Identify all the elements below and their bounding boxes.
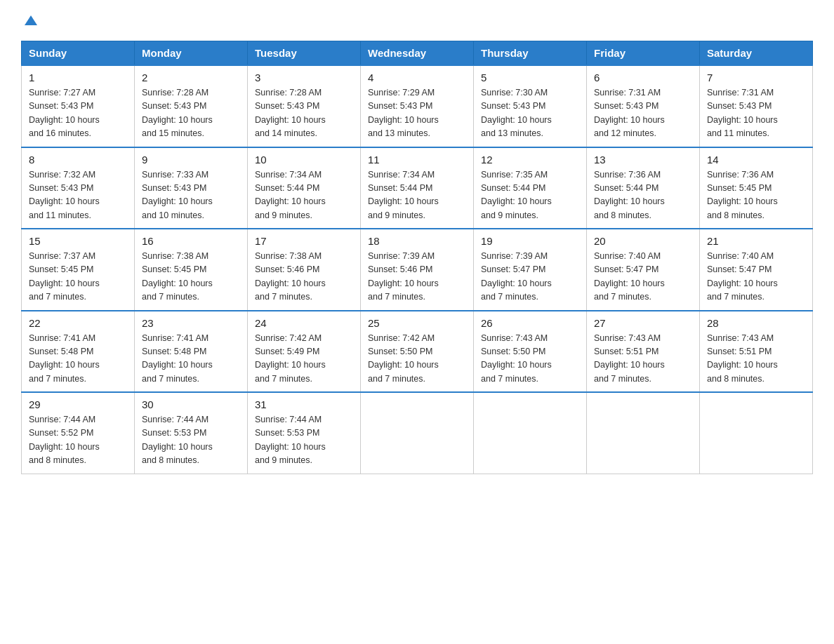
day-number: 24 — [255, 317, 353, 329]
day-number: 3 — [255, 72, 353, 83]
day-info: Sunrise: 7:28 AMSunset: 5:43 PMDaylight:… — [142, 88, 213, 138]
calendar-cell: 3 Sunrise: 7:28 AMSunset: 5:43 PMDayligh… — [248, 65, 361, 147]
calendar-cell: 12 Sunrise: 7:35 AMSunset: 5:44 PMDaylig… — [474, 147, 587, 229]
day-info: Sunrise: 7:38 AMSunset: 5:45 PMDaylight:… — [142, 251, 213, 302]
calendar-cell: 19 Sunrise: 7:39 AMSunset: 5:47 PMDaylig… — [474, 229, 587, 311]
day-info: Sunrise: 7:34 AMSunset: 5:44 PMDaylight:… — [368, 170, 439, 220]
day-info: Sunrise: 7:43 AMSunset: 5:50 PMDaylight:… — [481, 333, 552, 384]
day-info: Sunrise: 7:31 AMSunset: 5:43 PMDaylight:… — [707, 88, 778, 138]
day-number: 11 — [368, 154, 466, 166]
calendar-cell: 26 Sunrise: 7:43 AMSunset: 5:50 PMDaylig… — [474, 311, 587, 393]
calendar-cell: 27 Sunrise: 7:43 AMSunset: 5:51 PMDaylig… — [587, 311, 700, 393]
svg-marker-0 — [25, 15, 37, 25]
calendar-cell: 15 Sunrise: 7:37 AMSunset: 5:45 PMDaylig… — [22, 229, 135, 311]
day-number: 21 — [707, 235, 805, 247]
calendar-cell: 29 Sunrise: 7:44 AMSunset: 5:52 PMDaylig… — [22, 392, 135, 474]
day-number: 7 — [707, 72, 805, 83]
day-number: 30 — [142, 398, 240, 410]
day-info: Sunrise: 7:40 AMSunset: 5:47 PMDaylight:… — [594, 251, 665, 302]
day-info: Sunrise: 7:30 AMSunset: 5:43 PMDaylight:… — [481, 88, 552, 138]
page-header — [21, 14, 813, 27]
column-header-tuesday: Tuesday — [248, 41, 361, 66]
day-info: Sunrise: 7:36 AMSunset: 5:45 PMDaylight:… — [707, 170, 778, 220]
day-info: Sunrise: 7:37 AMSunset: 5:45 PMDaylight:… — [29, 251, 100, 302]
day-number: 16 — [142, 235, 240, 247]
calendar-cell: 28 Sunrise: 7:43 AMSunset: 5:51 PMDaylig… — [700, 311, 813, 393]
day-info: Sunrise: 7:41 AMSunset: 5:48 PMDaylight:… — [142, 333, 213, 384]
day-info: Sunrise: 7:44 AMSunset: 5:53 PMDaylight:… — [255, 415, 326, 465]
day-number: 29 — [29, 398, 127, 410]
calendar-header-row: SundayMondayTuesdayWednesdayThursdayFrid… — [22, 41, 813, 66]
day-number: 12 — [481, 154, 579, 166]
day-info: Sunrise: 7:39 AMSunset: 5:47 PMDaylight:… — [481, 251, 552, 302]
day-info: Sunrise: 7:28 AMSunset: 5:43 PMDaylight:… — [255, 88, 326, 138]
day-number: 9 — [142, 154, 240, 166]
day-info: Sunrise: 7:27 AMSunset: 5:43 PMDaylight:… — [29, 88, 100, 138]
calendar-cell: 9 Sunrise: 7:33 AMSunset: 5:43 PMDayligh… — [135, 147, 248, 229]
day-info: Sunrise: 7:32 AMSunset: 5:43 PMDaylight:… — [29, 170, 100, 220]
calendar-cell: 11 Sunrise: 7:34 AMSunset: 5:44 PMDaylig… — [361, 147, 474, 229]
day-info: Sunrise: 7:42 AMSunset: 5:50 PMDaylight:… — [368, 333, 439, 384]
calendar-cell: 14 Sunrise: 7:36 AMSunset: 5:45 PMDaylig… — [700, 147, 813, 229]
calendar-cell: 25 Sunrise: 7:42 AMSunset: 5:50 PMDaylig… — [361, 311, 474, 393]
calendar-cell: 20 Sunrise: 7:40 AMSunset: 5:47 PMDaylig… — [587, 229, 700, 311]
calendar-cell: 22 Sunrise: 7:41 AMSunset: 5:48 PMDaylig… — [22, 311, 135, 393]
day-info: Sunrise: 7:38 AMSunset: 5:46 PMDaylight:… — [255, 251, 326, 302]
calendar-cell: 7 Sunrise: 7:31 AMSunset: 5:43 PMDayligh… — [700, 65, 813, 147]
calendar-cell — [361, 392, 474, 474]
column-header-monday: Monday — [135, 41, 248, 66]
calendar-cell: 10 Sunrise: 7:34 AMSunset: 5:44 PMDaylig… — [248, 147, 361, 229]
day-number: 14 — [707, 154, 805, 166]
calendar-cell: 5 Sunrise: 7:30 AMSunset: 5:43 PMDayligh… — [474, 65, 587, 147]
calendar-week-row: 1 Sunrise: 7:27 AMSunset: 5:43 PMDayligh… — [22, 65, 813, 147]
day-info: Sunrise: 7:43 AMSunset: 5:51 PMDaylight:… — [707, 333, 778, 384]
calendar-cell: 16 Sunrise: 7:38 AMSunset: 5:45 PMDaylig… — [135, 229, 248, 311]
day-number: 31 — [255, 398, 353, 410]
day-number: 23 — [142, 317, 240, 329]
calendar-cell: 23 Sunrise: 7:41 AMSunset: 5:48 PMDaylig… — [135, 311, 248, 393]
logo — [21, 14, 39, 27]
calendar-cell: 13 Sunrise: 7:36 AMSunset: 5:44 PMDaylig… — [587, 147, 700, 229]
calendar-cell — [587, 392, 700, 474]
calendar-cell: 17 Sunrise: 7:38 AMSunset: 5:46 PMDaylig… — [248, 229, 361, 311]
day-number: 13 — [594, 154, 692, 166]
column-header-thursday: Thursday — [474, 41, 587, 66]
day-info: Sunrise: 7:40 AMSunset: 5:47 PMDaylight:… — [707, 251, 778, 302]
calendar-week-row: 29 Sunrise: 7:44 AMSunset: 5:52 PMDaylig… — [22, 392, 813, 474]
calendar-cell: 24 Sunrise: 7:42 AMSunset: 5:49 PMDaylig… — [248, 311, 361, 393]
day-info: Sunrise: 7:39 AMSunset: 5:46 PMDaylight:… — [368, 251, 439, 302]
day-number: 26 — [481, 317, 579, 329]
day-number: 2 — [142, 72, 240, 83]
day-number: 10 — [255, 154, 353, 166]
day-number: 27 — [594, 317, 692, 329]
calendar-table: SundayMondayTuesdayWednesdayThursdayFrid… — [21, 41, 813, 474]
day-info: Sunrise: 7:44 AMSunset: 5:53 PMDaylight:… — [142, 415, 213, 465]
day-info: Sunrise: 7:44 AMSunset: 5:52 PMDaylight:… — [29, 415, 100, 465]
calendar-cell — [474, 392, 587, 474]
day-number: 19 — [481, 235, 579, 247]
day-number: 20 — [594, 235, 692, 247]
column-header-saturday: Saturday — [700, 41, 813, 66]
day-number: 25 — [368, 317, 466, 329]
day-info: Sunrise: 7:35 AMSunset: 5:44 PMDaylight:… — [481, 170, 552, 220]
calendar-cell: 18 Sunrise: 7:39 AMSunset: 5:46 PMDaylig… — [361, 229, 474, 311]
day-number: 28 — [707, 317, 805, 329]
day-info: Sunrise: 7:33 AMSunset: 5:43 PMDaylight:… — [142, 170, 213, 220]
calendar-cell: 1 Sunrise: 7:27 AMSunset: 5:43 PMDayligh… — [22, 65, 135, 147]
column-header-friday: Friday — [587, 41, 700, 66]
calendar-cell: 4 Sunrise: 7:29 AMSunset: 5:43 PMDayligh… — [361, 65, 474, 147]
day-info: Sunrise: 7:42 AMSunset: 5:49 PMDaylight:… — [255, 333, 326, 384]
logo-triangle-icon — [23, 14, 39, 27]
day-number: 1 — [29, 72, 127, 83]
day-info: Sunrise: 7:31 AMSunset: 5:43 PMDaylight:… — [594, 88, 665, 138]
day-number: 4 — [368, 72, 466, 83]
calendar-week-row: 8 Sunrise: 7:32 AMSunset: 5:43 PMDayligh… — [22, 147, 813, 229]
day-number: 5 — [481, 72, 579, 83]
calendar-week-row: 22 Sunrise: 7:41 AMSunset: 5:48 PMDaylig… — [22, 311, 813, 393]
day-number: 17 — [255, 235, 353, 247]
day-number: 6 — [594, 72, 692, 83]
column-header-wednesday: Wednesday — [361, 41, 474, 66]
calendar-week-row: 15 Sunrise: 7:37 AMSunset: 5:45 PMDaylig… — [22, 229, 813, 311]
day-number: 18 — [368, 235, 466, 247]
day-number: 15 — [29, 235, 127, 247]
